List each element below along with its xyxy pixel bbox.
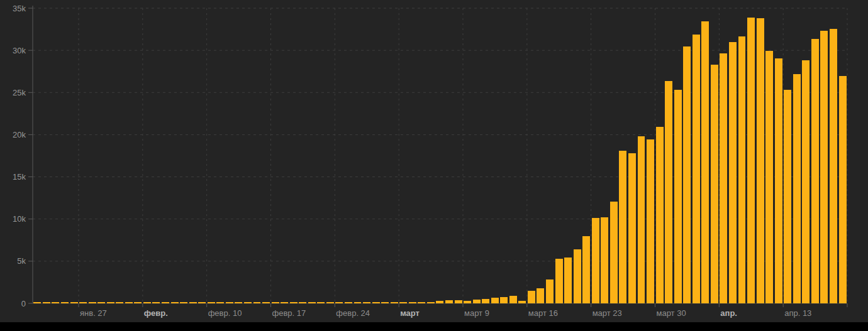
daily-bar-chart[interactable]: 05k10k15k20k25k30k35kянв. 27февр.февр. 1… bbox=[0, 0, 868, 322]
bar[interactable] bbox=[482, 299, 489, 303]
bar[interactable] bbox=[564, 258, 572, 303]
bar[interactable] bbox=[701, 21, 709, 303]
bar[interactable] bbox=[216, 302, 224, 303]
bar[interactable] bbox=[208, 302, 215, 303]
bar[interactable] bbox=[546, 279, 554, 303]
bar[interactable] bbox=[363, 302, 370, 303]
bar[interactable] bbox=[272, 302, 279, 303]
bar[interactable] bbox=[391, 302, 398, 303]
bar[interactable] bbox=[574, 249, 581, 303]
bar[interactable] bbox=[381, 302, 389, 303]
x-axis-label: март 30 bbox=[656, 308, 686, 318]
bar[interactable] bbox=[765, 51, 773, 303]
bar[interactable] bbox=[244, 302, 252, 303]
bar[interactable] bbox=[683, 46, 691, 303]
bar[interactable] bbox=[711, 65, 718, 303]
bar[interactable] bbox=[152, 302, 160, 303]
x-axis-label: февр. bbox=[144, 308, 168, 318]
bar[interactable] bbox=[70, 302, 78, 303]
bar[interactable] bbox=[235, 302, 242, 303]
bar[interactable] bbox=[775, 58, 782, 304]
bar[interactable] bbox=[720, 53, 727, 303]
x-axis-label: февр. 17 bbox=[272, 308, 306, 318]
bar[interactable] bbox=[198, 302, 206, 303]
bar[interactable] bbox=[537, 288, 544, 303]
bar[interactable] bbox=[162, 302, 169, 303]
bar[interactable] bbox=[436, 301, 443, 303]
bar[interactable] bbox=[665, 81, 672, 303]
bar[interactable] bbox=[33, 302, 41, 303]
y-axis-label: 35k bbox=[13, 4, 26, 13]
bar[interactable] bbox=[427, 302, 435, 303]
bar[interactable] bbox=[445, 300, 453, 303]
bottom-letterbox bbox=[0, 322, 868, 331]
bar[interactable] bbox=[79, 302, 87, 303]
x-axis-label: апр. 13 bbox=[784, 308, 811, 318]
bar[interactable] bbox=[582, 236, 590, 303]
bar[interactable] bbox=[518, 301, 526, 303]
bar[interactable] bbox=[528, 291, 535, 303]
x-axis-label: апр. bbox=[720, 308, 737, 318]
bar[interactable] bbox=[290, 302, 298, 303]
bar[interactable] bbox=[180, 302, 187, 303]
bar[interactable] bbox=[335, 302, 343, 303]
bar[interactable] bbox=[793, 74, 801, 303]
bar[interactable] bbox=[601, 217, 608, 303]
bar[interactable] bbox=[143, 302, 151, 303]
bar[interactable] bbox=[107, 302, 114, 303]
bar[interactable] bbox=[592, 218, 599, 303]
bar[interactable] bbox=[134, 302, 142, 303]
bar[interactable] bbox=[638, 136, 645, 303]
bar[interactable] bbox=[839, 76, 847, 303]
x-axis-label: март 23 bbox=[593, 308, 622, 318]
bar[interactable] bbox=[116, 302, 123, 303]
bar[interactable] bbox=[509, 296, 517, 303]
bar[interactable] bbox=[399, 302, 407, 303]
bar[interactable] bbox=[693, 35, 700, 303]
bar[interactable] bbox=[473, 300, 481, 303]
bar[interactable] bbox=[729, 42, 737, 303]
bar[interactable] bbox=[830, 29, 837, 303]
bar[interactable] bbox=[747, 18, 755, 303]
bar[interactable] bbox=[372, 302, 380, 303]
bar[interactable] bbox=[97, 302, 105, 303]
bar[interactable] bbox=[656, 127, 664, 303]
bar[interactable] bbox=[61, 302, 69, 303]
bar[interactable] bbox=[281, 302, 288, 303]
bar[interactable] bbox=[418, 302, 425, 303]
bar[interactable] bbox=[43, 302, 50, 303]
y-axis-label: 10k bbox=[13, 214, 26, 224]
bar[interactable] bbox=[455, 300, 462, 303]
x-axis-label: март bbox=[400, 308, 420, 318]
bar[interactable] bbox=[820, 31, 828, 303]
bar[interactable] bbox=[52, 302, 59, 303]
bar[interactable] bbox=[262, 302, 270, 303]
bar[interactable] bbox=[464, 301, 471, 303]
bar[interactable] bbox=[226, 302, 233, 303]
bar[interactable] bbox=[555, 259, 563, 303]
bar[interactable] bbox=[738, 36, 746, 303]
bar[interactable] bbox=[253, 302, 261, 303]
bar[interactable] bbox=[610, 202, 618, 303]
bar[interactable] bbox=[171, 302, 179, 303]
bar[interactable] bbox=[811, 39, 819, 303]
bar[interactable] bbox=[89, 302, 96, 303]
bar[interactable] bbox=[125, 302, 133, 303]
bar[interactable] bbox=[308, 302, 316, 303]
bar[interactable] bbox=[500, 297, 508, 303]
bar[interactable] bbox=[757, 18, 764, 303]
bar[interactable] bbox=[647, 139, 654, 303]
bar[interactable] bbox=[409, 302, 416, 303]
bar[interactable] bbox=[628, 153, 636, 303]
bar[interactable] bbox=[345, 302, 352, 303]
bar[interactable] bbox=[674, 90, 682, 303]
bar[interactable] bbox=[354, 302, 362, 303]
bar[interactable] bbox=[491, 298, 499, 303]
bar[interactable] bbox=[189, 302, 197, 303]
bar[interactable] bbox=[619, 151, 626, 303]
bar[interactable] bbox=[802, 60, 810, 303]
bar[interactable] bbox=[784, 90, 791, 303]
bar[interactable] bbox=[326, 302, 334, 303]
bar[interactable] bbox=[299, 302, 306, 303]
bar[interactable] bbox=[317, 302, 325, 303]
